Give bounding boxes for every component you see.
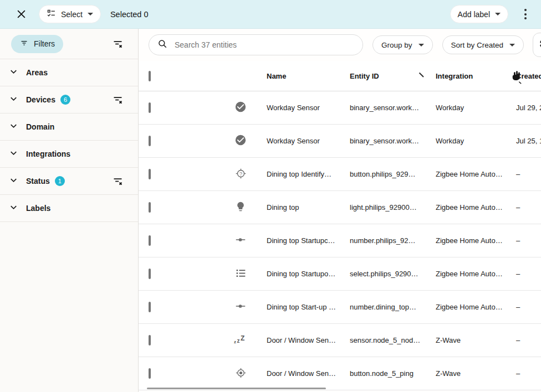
row-checkbox[interactable] (149, 368, 151, 379)
entity-created: – (516, 369, 520, 378)
clear-filter-icon[interactable] (112, 94, 124, 106)
entity-id: button.philips_929… (350, 170, 416, 178)
entity-integration: Zigbee Home Auto… (436, 170, 503, 178)
row-checkbox[interactable] (149, 202, 151, 213)
select-mode-button[interactable]: Select (39, 5, 101, 23)
filter-icon (19, 38, 29, 49)
group-by-button[interactable]: Group by (372, 35, 433, 54)
column-header-name[interactable]: Name (267, 72, 286, 80)
add-label-button[interactable]: Add label (450, 5, 508, 23)
row-checkbox[interactable] (149, 235, 151, 246)
chevron-down-icon (495, 13, 501, 16)
entity-id: binary_sensor.work… (350, 137, 419, 145)
entity-row[interactable]: Workday Sensor binary_sensor.work… Workd… (139, 91, 541, 125)
entity-integration: Workday (436, 137, 464, 145)
sleep-icon: zzZ (233, 333, 248, 347)
entity-row[interactable]: Dining top Startupc… number.philips_92… … (139, 224, 541, 257)
row-checkbox[interactable] (149, 302, 151, 312)
search-field[interactable] (149, 34, 363, 55)
entity-integration: Zigbee Home Auto… (436, 236, 503, 245)
entity-name: Dining top Identify… (267, 170, 331, 178)
entity-integration: Z-Wave (436, 336, 461, 344)
entities-main: Group by Sort by Created Name Entity ID … (139, 29, 541, 392)
search-input[interactable] (173, 40, 354, 50)
entity-created: – (516, 270, 520, 278)
entity-row[interactable]: Dining top Startupo… select.philips_9290… (139, 257, 541, 291)
chevron-down-icon (8, 94, 19, 106)
clear-filter-icon[interactable] (112, 176, 124, 187)
filter-section-label: Areas (26, 68, 48, 77)
entity-created: – (516, 336, 520, 344)
sidebar-item-status[interactable]: Status 1 (0, 168, 138, 195)
entity-created: – (516, 170, 520, 178)
row-checkbox[interactable] (149, 136, 151, 146)
entity-integration: Zigbee Home Auto… (436, 270, 503, 278)
entity-created: Jul 29, 2 (516, 104, 541, 112)
mouse-cursor-grab-icon (509, 69, 523, 86)
filter-count-badge: 1 (55, 176, 65, 186)
entity-id: number.philips_92… (350, 236, 416, 245)
close-icon[interactable] (14, 8, 28, 21)
entity-created: – (516, 303, 520, 311)
entity-row[interactable]: ? Dining top Identify… button.philips_92… (139, 158, 541, 191)
overflow-menu-icon[interactable] (521, 7, 530, 22)
select-all-checkbox[interactable] (149, 71, 151, 81)
lightbulb-icon (235, 201, 246, 214)
row-checkbox[interactable] (149, 269, 151, 279)
entity-name: Door / Window Sen… (267, 369, 336, 378)
entity-row[interactable]: Door / Window Sen… button.node_5_ping Z-… (139, 357, 541, 390)
column-header-entity-id[interactable]: Entity ID (350, 72, 379, 80)
row-checkbox[interactable] (149, 102, 151, 113)
entity-row[interactable]: Dining top Start-up … number.dining_top…… (139, 291, 541, 324)
svg-text:Z: Z (241, 334, 244, 342)
table-header-row: Name Entity ID Integration Created (139, 61, 541, 91)
ping-icon (234, 367, 247, 381)
sidebar-item-labels[interactable]: Labels (0, 195, 138, 222)
row-checkbox[interactable] (149, 169, 151, 179)
row-checkbox[interactable] (149, 335, 151, 345)
chevron-down-icon (418, 44, 424, 47)
entity-row[interactable]: Dining top light.philips_92900… Zigbee H… (139, 191, 541, 224)
list-icon (235, 267, 247, 281)
entity-name: Dining top (267, 203, 299, 212)
sidebar-item-domain[interactable]: Domain (0, 114, 138, 141)
filter-count-badge: 6 (60, 95, 70, 105)
entity-row[interactable]: zzZ Door / Window Sen… sensor.node_5_nod… (139, 324, 541, 357)
selected-count: Selected 0 (110, 10, 149, 19)
filter-section-label: Domain (26, 122, 54, 131)
svg-text:z: z (234, 339, 236, 344)
table-toolbar: Group by Sort by Created (139, 29, 541, 61)
entity-created: Jul 25, 1 (516, 137, 541, 145)
table-settings-button[interactable] (533, 33, 541, 57)
filters-button[interactable]: Filters (11, 35, 63, 53)
sidebar-item-areas[interactable]: Areas (0, 59, 138, 86)
entity-row[interactable]: Workday Sensor binary_sensor.work… Workd… (139, 125, 541, 158)
sidebar-item-devices[interactable]: Devices 6 (0, 86, 138, 114)
svg-text:z: z (237, 338, 240, 344)
entity-name: Workday Sensor (267, 104, 320, 112)
list-status-icon (47, 9, 56, 20)
filters-button-label: Filters (34, 39, 55, 48)
filter-section-label: Status (26, 177, 50, 185)
chevron-down-icon (8, 148, 19, 161)
sort-by-button[interactable]: Sort by Created (442, 35, 524, 54)
entity-name: Dining top Startupc… (267, 236, 335, 245)
entity-id: button.node_5_ping (350, 369, 414, 378)
group-by-label: Group by (381, 41, 412, 49)
chevron-down-icon (8, 202, 19, 215)
column-header-integration[interactable]: Integration (436, 72, 473, 80)
slider-icon (234, 300, 247, 314)
check-circle-icon (234, 134, 247, 148)
entity-name: Dining top Startupo… (267, 270, 335, 278)
chevron-down-icon (8, 121, 19, 133)
entity-integration: Z-Wave (436, 369, 461, 378)
horizontal-scrollbar[interactable] (147, 388, 326, 389)
entity-table-body: Workday Sensor binary_sensor.work… Workd… (139, 91, 541, 392)
clear-all-filters-icon[interactable] (112, 38, 124, 50)
entity-id: binary_sensor.work… (350, 104, 419, 112)
entity-name: Dining top Start-up … (267, 303, 336, 311)
chevron-down-icon (509, 44, 515, 47)
sidebar-item-integrations[interactable]: Integrations (0, 141, 138, 168)
filter-section-label: Labels (26, 204, 50, 213)
filter-section-label: Devices (26, 95, 55, 104)
